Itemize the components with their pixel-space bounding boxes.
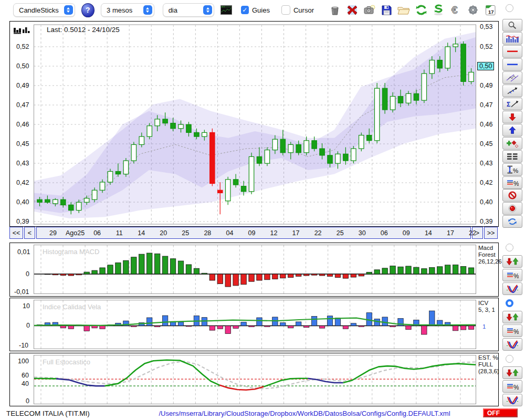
delete-x-icon[interactable] — [345, 3, 359, 17]
stoch-curve-button[interactable] — [502, 394, 522, 406]
price-volume-button[interactable] — [502, 32, 522, 45]
chart-type-select[interactable]: CandleSticks — [13, 3, 75, 17]
axis-label: 0,45 — [480, 140, 492, 148]
date-label: 28 — [204, 229, 211, 237]
refresh-blue-button[interactable] — [502, 215, 522, 228]
channel-button[interactable] — [502, 71, 522, 84]
histogram-style-icon[interactable] — [14, 26, 32, 34]
config-path-link[interactable]: /Users/mserra/Library/CloudStorage/Dropb… — [131, 410, 478, 417]
guies-checkbox[interactable]: ✓ — [241, 6, 249, 14]
icv-arrows-button[interactable] — [502, 311, 522, 323]
curve-icon — [506, 396, 519, 404]
link-radio-top[interactable] — [506, 4, 513, 12]
euro-icon[interactable]: € — [449, 3, 463, 17]
price-volume-icon — [506, 34, 519, 43]
red-line-icon — [506, 47, 519, 56]
charting-app-window: % CandleSticks ? 3 mesos dia m — [0, 0, 525, 420]
lines-percent-button[interactable] — [502, 176, 522, 189]
stoch-arrows-button[interactable] — [502, 366, 522, 379]
axis-label: 0,01 — [17, 248, 30, 256]
blue-up-arrow-button[interactable] — [502, 124, 522, 136]
period-select[interactable]: 3 mesos — [101, 3, 154, 17]
axis-label: 0 — [26, 322, 30, 329]
refresh-green-icon[interactable] — [415, 3, 428, 17]
macd-radio[interactable] — [506, 244, 513, 251]
refresh-blue-icon — [507, 217, 518, 226]
open-folder-icon[interactable] — [397, 3, 411, 17]
axis-label: 0,42 — [16, 179, 29, 186]
macd-title: Histograma MACD — [43, 248, 99, 256]
stoch-lines-percent-button[interactable] — [502, 380, 522, 393]
gear-icon[interactable] — [467, 3, 480, 17]
axis-label: 10 — [23, 302, 30, 310]
no-sign-button[interactable] — [502, 189, 522, 202]
up-down-arrows-icon — [506, 313, 519, 321]
status-bar: TELECOM ITALIA (TIT.MI) /Users/mserra/Li… — [0, 406, 525, 420]
red-down-arrow-button[interactable] — [502, 111, 522, 123]
candlestick-chart[interactable] — [10, 22, 498, 225]
add-remove-marker-button[interactable] — [502, 137, 522, 150]
off-button[interactable]: OFF — [483, 408, 518, 417]
svg-text:€: € — [452, 4, 458, 16]
nav-prev-button[interactable]: < — [24, 227, 35, 239]
date-axis-strip[interactable]: 29Ago25061114202528040912172225300609141… — [36, 227, 471, 239]
interval-value: dia — [169, 6, 177, 14]
save-floppy-icon[interactable] — [380, 3, 393, 17]
help-button[interactable]: ? — [81, 3, 95, 17]
cursor-checkbox[interactable] — [281, 5, 290, 15]
mini-chart-window-icon[interactable]: m n — [219, 3, 233, 17]
lines-percent-icon — [506, 271, 519, 279]
red-line-button[interactable] — [502, 45, 522, 58]
date-label: 29 — [49, 229, 57, 237]
svg-text:%: % — [513, 167, 518, 174]
record-icon — [508, 204, 517, 213]
icv-curve-button[interactable] — [502, 338, 522, 351]
svg-text:m n: m n — [222, 6, 225, 8]
lines-percent-icon — [506, 178, 519, 187]
svg-text:Σ: Σ — [507, 101, 510, 108]
macd-arrows-button[interactable] — [502, 255, 522, 268]
vertical-percent-button[interactable]: % — [502, 163, 522, 176]
select-stepper-icon — [143, 5, 152, 15]
date-label: 11 — [116, 229, 123, 237]
period-value: 3 mesos — [107, 6, 132, 14]
date-label: 30 — [359, 229, 366, 237]
macd-panel: Histograma MACD Macd Forest 26,12,26 0,0… — [9, 243, 499, 297]
date-label: 09 — [403, 229, 410, 237]
date-label: 04 — [226, 229, 233, 237]
icv-lines-percent-button[interactable] — [502, 324, 522, 337]
magnifier-button[interactable] — [502, 19, 522, 32]
axis-label: 0,52 — [16, 43, 29, 50]
macd-lines-percent-button[interactable] — [502, 269, 522, 281]
axis-label: 0,42 — [480, 179, 492, 186]
toolbar: CandleSticks ? 3 mesos dia m n ✓ Guies C… — [0, 0, 499, 20]
date-label: 14 — [138, 229, 145, 237]
interval-select[interactable]: dia — [163, 3, 215, 17]
record-button[interactable] — [502, 202, 522, 215]
calendar-day-text: 17 — [488, 9, 494, 15]
nav-first-button[interactable]: << — [9, 227, 23, 239]
icv-radio-selected[interactable] — [506, 299, 513, 307]
nav-last-button[interactable]: >> — [484, 227, 498, 239]
dashed-lines-icon — [506, 152, 519, 161]
trash-icon[interactable] — [329, 3, 342, 17]
axis-label: 0,45 — [16, 140, 29, 148]
date-label: Ago25 — [66, 229, 85, 237]
last-price-label: Last: 0.5012 - 24/10/25 — [47, 26, 120, 34]
stochastic-panel: Full Estocastico EST. % FULL (28,3,6) 10… — [9, 353, 499, 406]
axis-label: 0,43 — [480, 160, 492, 167]
vertical-percent-icon: % — [506, 165, 519, 174]
channel-icon — [506, 74, 519, 82]
stoch-radio[interactable] — [506, 355, 513, 363]
camera-icon[interactable] — [363, 3, 376, 17]
calendar-icon[interactable]: 17 — [484, 3, 497, 17]
date-label: 17 — [292, 229, 300, 237]
blue-line-button[interactable] — [502, 58, 522, 71]
dashed-lines-button[interactable] — [502, 150, 522, 163]
sigma-trend-button[interactable]: Σ — [502, 98, 522, 110]
sync-s-icon[interactable] — [432, 3, 445, 17]
axis-label: 0,43 — [16, 160, 29, 167]
trend-arrow-button[interactable] — [502, 85, 522, 97]
axis-label: 0 — [26, 397, 29, 405]
macd-curve-button[interactable] — [502, 282, 522, 295]
